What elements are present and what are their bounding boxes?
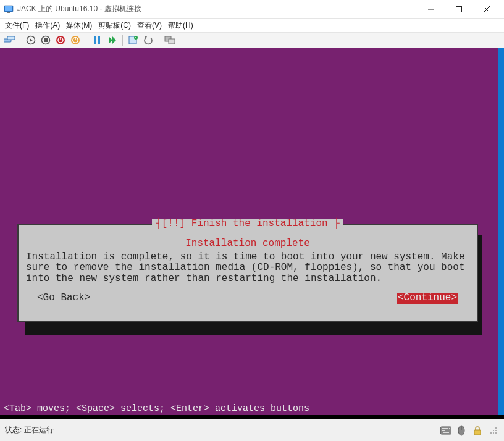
svg-point-45 [495, 432, 497, 434]
svg-rect-33 [449, 428, 450, 429]
statusbar: 状态: 正在运行 [0, 419, 504, 441]
toolbar-separator [159, 35, 159, 46]
installer-help-line: <Tab> moves; <Space> selects; <Enter> ac… [4, 403, 309, 414]
turnoff-icon[interactable] [40, 35, 51, 46]
svg-rect-12 [44, 38, 48, 42]
close-button[interactable] [472, 0, 500, 19]
svg-rect-34 [442, 430, 443, 431]
toolbar-separator [86, 35, 86, 46]
dialog-body-text: Installation is complete, so it is time … [26, 252, 469, 285]
svg-rect-20 [98, 36, 100, 44]
statusbar-separator [90, 423, 90, 438]
menu-clipboard[interactable]: 剪贴板(C) [98, 20, 131, 31]
svg-rect-27 [169, 39, 175, 44]
svg-rect-1 [5, 6, 12, 11]
svg-rect-31 [445, 428, 447, 429]
vm-display[interactable]: ┤[!!] Finish the installation ├ Installa… [0, 48, 504, 419]
window-controls [417, 0, 500, 19]
keyboard-icon [440, 425, 451, 436]
svg-rect-30 [443, 428, 445, 429]
svg-marker-22 [112, 36, 116, 44]
ctrl-alt-del-icon[interactable] [4, 35, 15, 46]
installer-dialog: ┤[!!] Finish the installation ├ Installa… [17, 224, 478, 322]
svg-rect-35 [443, 430, 445, 431]
resize-grip-icon[interactable] [488, 425, 499, 436]
toolbar [0, 32, 504, 48]
reset-icon[interactable] [106, 35, 117, 46]
vm-connection-window: JACK 上的 Ubuntu16.10 - 虚拟机连接 文件(F) 操作(A) … [0, 0, 504, 441]
svg-rect-29 [442, 428, 443, 429]
menu-file[interactable]: 文件(F) [5, 20, 29, 31]
svg-point-41 [493, 430, 494, 431]
enhanced-session-icon[interactable] [164, 35, 175, 46]
menu-help[interactable]: 帮助(H) [168, 20, 193, 31]
app-icon [4, 4, 14, 14]
lock-icon [472, 425, 483, 436]
svg-rect-2 [7, 12, 10, 13]
statusbar-icons [440, 425, 499, 436]
svg-rect-36 [443, 432, 449, 433]
status-label: 状态: 正在运行 [5, 425, 54, 435]
maximize-button[interactable] [445, 0, 472, 19]
titlebar: JACK 上的 Ubuntu16.10 - 虚拟机连接 [0, 0, 504, 19]
host-desktop-strip [498, 48, 504, 419]
go-back-button[interactable]: <Go Back> [37, 293, 90, 304]
pause-icon[interactable] [91, 35, 103, 46]
continue-button[interactable]: <Continue> [397, 293, 458, 304]
dialog-subtitle: Installation complete [26, 238, 469, 250]
svg-point-40 [495, 427, 497, 429]
svg-rect-32 [447, 428, 448, 429]
svg-marker-10 [30, 38, 33, 42]
snapshot-icon[interactable] [128, 35, 139, 46]
vm-bottom-border [0, 415, 504, 419]
menu-action[interactable]: 操作(A) [35, 20, 60, 31]
minimize-button[interactable] [417, 0, 445, 19]
window-title: JACK 上的 Ubuntu16.10 - 虚拟机连接 [17, 4, 141, 14]
save-icon[interactable] [70, 35, 81, 46]
svg-point-44 [493, 432, 494, 434]
mouse-icon [456, 425, 467, 436]
svg-rect-8 [7, 36, 15, 40]
start-icon[interactable] [25, 35, 36, 46]
toolbar-separator [122, 35, 123, 46]
menubar: 文件(F) 操作(A) 媒体(M) 剪贴板(C) 查看(V) 帮助(H) [0, 19, 504, 32]
menu-view[interactable]: 查看(V) [137, 20, 162, 31]
shutdown-icon[interactable] [55, 35, 66, 46]
svg-point-42 [495, 430, 497, 431]
svg-marker-21 [109, 36, 112, 44]
svg-rect-39 [474, 430, 481, 435]
toolbar-separator [20, 35, 20, 46]
revert-icon[interactable] [143, 35, 154, 46]
svg-point-43 [490, 432, 492, 434]
svg-rect-19 [94, 36, 96, 44]
svg-rect-4 [456, 6, 461, 12]
menu-media[interactable]: 媒体(M) [66, 20, 92, 31]
